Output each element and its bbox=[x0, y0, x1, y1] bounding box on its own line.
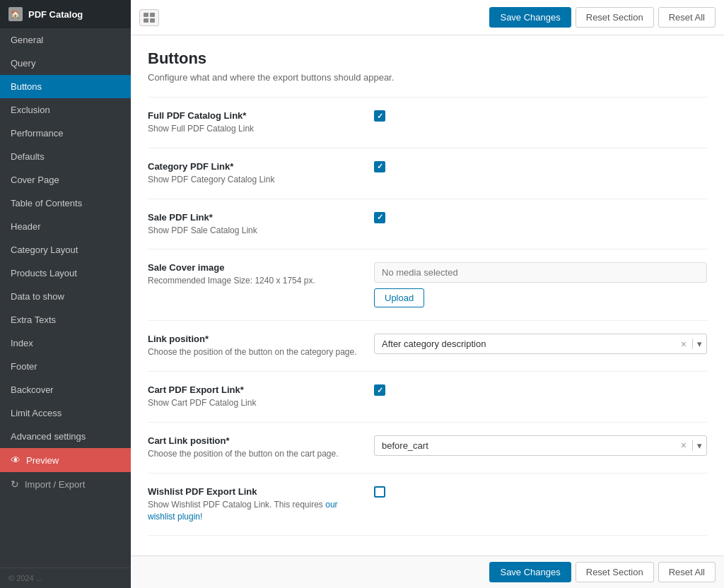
checkbox-sale-pdf-link[interactable] bbox=[374, 212, 385, 223]
settings-container: Full PDF Catalog Link*Show Full PDF Cata… bbox=[148, 97, 707, 536]
setting-desc-sale-pdf-link: Show PDF Sale Catalog Link bbox=[148, 225, 360, 237]
sidebar-item-preview[interactable]: 👁Preview bbox=[0, 448, 131, 472]
setting-label-sale-cover-image: Sale Cover image bbox=[148, 262, 360, 273]
top-toolbar: Save Changes Reset Section Reset All bbox=[131, 0, 724, 35]
page-subtitle: Configure what and where the export butt… bbox=[148, 72, 707, 83]
sidebar-item-label: Category Layout bbox=[11, 245, 78, 255]
reset-section-button-top[interactable]: Reset Section bbox=[576, 7, 654, 28]
reset-all-button-top[interactable]: Reset All bbox=[658, 7, 716, 28]
toolbar-right: Save Changes Reset Section Reset All bbox=[489, 7, 716, 28]
sidebar-item-category-layout[interactable]: Category Layout bbox=[0, 238, 131, 261]
setting-desc-link-position: Choose the position of the button on the… bbox=[148, 346, 360, 358]
sidebar-item-header[interactable]: Header bbox=[0, 215, 131, 238]
app-title: PDF Catalog bbox=[28, 9, 83, 20]
sidebar-item-cover-page[interactable]: Cover Page bbox=[0, 168, 131, 192]
refresh-icon: ↻ bbox=[11, 478, 19, 490]
setting-desc-sale-cover-image: Recommended Image Size: 1240 x 1754 px. bbox=[148, 275, 360, 287]
setting-label-wishlist-pdf-export-link: Wishlist PDF Export Link bbox=[148, 486, 360, 497]
upload-button-sale-cover-image[interactable]: Upload bbox=[374, 288, 424, 307]
setting-label-col-cart-pdf-export-link: Cart PDF Export Link*Show Cart PDF Catal… bbox=[148, 384, 360, 409]
save-changes-button-bottom[interactable]: Save Changes bbox=[489, 562, 571, 582]
sidebar-item-label: Preview bbox=[26, 455, 59, 466]
setting-label-col-sale-pdf-link: Sale PDF Link*Show PDF Sale Catalog Link bbox=[148, 212, 360, 237]
svg-rect-0 bbox=[144, 13, 148, 17]
sidebar-item-label: Table of Contents bbox=[11, 198, 82, 208]
bottom-toolbar: Save Changes Reset Section Reset All bbox=[131, 555, 724, 588]
setting-row-sale-pdf-link: Sale PDF Link*Show PDF Sale Catalog Link bbox=[148, 199, 707, 249]
setting-control-cart-link-position: before_cart×▾ bbox=[374, 435, 707, 456]
sidebar-item-general[interactable]: General bbox=[0, 28, 131, 52]
checkbox-wishlist-pdf-export-link[interactable] bbox=[374, 486, 385, 498]
sidebar-item-defaults[interactable]: Defaults bbox=[0, 145, 131, 168]
layout-icon[interactable] bbox=[139, 9, 159, 26]
setting-row-full-pdf-catalog-link: Full PDF Catalog Link*Show Full PDF Cata… bbox=[148, 97, 707, 148]
svg-rect-3 bbox=[150, 18, 155, 23]
select-arrow-link-position[interactable]: ▾ bbox=[692, 339, 706, 349]
setting-label-cart-pdf-export-link: Cart PDF Export Link* bbox=[148, 384, 360, 395]
sidebar-item-extra-texts[interactable]: Extra Texts bbox=[0, 308, 131, 331]
select-clear-cart-link-position[interactable]: × bbox=[675, 440, 692, 451]
select-clear-link-position[interactable]: × bbox=[675, 339, 692, 350]
sidebar-item-index[interactable]: Index bbox=[0, 331, 131, 355]
sidebar-item-products-layout[interactable]: Products Layout bbox=[0, 261, 131, 285]
sidebar-item-label: Query bbox=[11, 58, 35, 69]
sidebar-item-footer[interactable]: Footer bbox=[0, 355, 131, 378]
sidebar-footer: © 2024 ... bbox=[0, 568, 131, 588]
toolbar-left bbox=[139, 9, 159, 26]
setting-label-col-cart-link-position: Cart Link position*Choose the position o… bbox=[148, 435, 360, 460]
sidebar-item-table-of-contents[interactable]: Table of Contents bbox=[0, 192, 131, 215]
media-input-sale-cover-image[interactable] bbox=[374, 262, 707, 283]
sidebar-item-label: General bbox=[11, 35, 43, 45]
sidebar-item-import-export[interactable]: ↻Import / Export bbox=[0, 472, 131, 496]
select-wrap-cart-link-position[interactable]: before_cart×▾ bbox=[374, 435, 707, 456]
reset-section-button-bottom[interactable]: Reset Section bbox=[576, 562, 654, 582]
sidebar-item-label: Products Layout bbox=[11, 268, 77, 278]
setting-desc-cart-link-position: Choose the position of the button on the… bbox=[148, 448, 360, 460]
save-changes-button-top[interactable]: Save Changes bbox=[489, 7, 571, 28]
setting-label-cart-link-position: Cart Link position* bbox=[148, 435, 360, 446]
sidebar-item-label: Exclusion bbox=[11, 105, 50, 115]
sidebar-item-advanced-settings[interactable]: Advanced settings bbox=[0, 425, 131, 448]
sidebar-item-exclusion[interactable]: Exclusion bbox=[0, 98, 131, 122]
setting-label-col-wishlist-pdf-export-link: Wishlist PDF Export LinkShow Wishlist PD… bbox=[148, 486, 360, 523]
sidebar-item-backcover[interactable]: Backcover bbox=[0, 378, 131, 401]
sidebar-item-limit-access[interactable]: Limit Access bbox=[0, 401, 131, 425]
sidebar-item-data-to-show[interactable]: Data to show bbox=[0, 285, 131, 308]
setting-desc-category-pdf-link: Show PDF Category Catalog Link bbox=[148, 174, 360, 186]
setting-label-sale-pdf-link: Sale PDF Link* bbox=[148, 212, 360, 223]
reset-all-button-bottom[interactable]: Reset All bbox=[658, 562, 716, 582]
checkbox-wrap-cart-pdf-export-link bbox=[374, 384, 707, 396]
setting-row-cart-pdf-export-link: Cart PDF Export Link*Show Cart PDF Catal… bbox=[148, 371, 707, 422]
setting-row-cart-link-position: Cart Link position*Choose the position o… bbox=[148, 422, 707, 473]
setting-control-link-position: After category description×▾ bbox=[374, 334, 707, 354]
sidebar-nav: GeneralQueryButtonsExclusionPerformanceD… bbox=[0, 28, 131, 568]
setting-control-sale-cover-image: Upload bbox=[374, 262, 707, 307]
setting-desc-cart-pdf-export-link: Show Cart PDF Catalog Link bbox=[148, 397, 360, 409]
sidebar-item-performance[interactable]: Performance bbox=[0, 122, 131, 145]
setting-label-col-category-pdf-link: Category PDF Link*Show PDF Category Cata… bbox=[148, 161, 360, 186]
checkbox-cart-pdf-export-link[interactable] bbox=[374, 384, 385, 396]
sidebar: 🏠 PDF Catalog GeneralQueryButtonsExclusi… bbox=[0, 0, 131, 588]
sidebar-item-query[interactable]: Query bbox=[0, 52, 131, 75]
wishlist-plugin-link[interactable]: our wishlist plugin! bbox=[148, 500, 338, 522]
select-arrow-cart-link-position[interactable]: ▾ bbox=[692, 440, 706, 451]
setting-control-full-pdf-catalog-link bbox=[374, 110, 707, 122]
select-wrap-link-position[interactable]: After category description×▾ bbox=[374, 334, 707, 354]
sidebar-item-buttons[interactable]: Buttons bbox=[0, 75, 131, 98]
checkbox-wrap-sale-pdf-link bbox=[374, 212, 707, 223]
sidebar-item-label: Data to show bbox=[11, 291, 64, 302]
checkbox-full-pdf-catalog-link[interactable] bbox=[374, 110, 385, 122]
checkbox-wrap-wishlist-pdf-export-link bbox=[374, 486, 707, 498]
setting-control-sale-pdf-link bbox=[374, 212, 707, 223]
checkbox-category-pdf-link[interactable] bbox=[374, 161, 385, 172]
content-area: Buttons Configure what and where the exp… bbox=[131, 35, 724, 555]
sidebar-header: 🏠 PDF Catalog bbox=[0, 0, 131, 28]
sidebar-item-label: Backcover bbox=[11, 384, 54, 395]
checkbox-wrap-full-pdf-catalog-link bbox=[374, 110, 707, 122]
sidebar-item-label: Defaults bbox=[11, 151, 45, 162]
setting-label-col-link-position: Link position*Choose the position of the… bbox=[148, 334, 360, 358]
app-icon: 🏠 bbox=[8, 7, 23, 21]
sidebar-item-label: Header bbox=[11, 221, 41, 232]
setting-label-link-position: Link position* bbox=[148, 334, 360, 344]
sidebar-item-label: Extra Texts bbox=[11, 314, 56, 325]
